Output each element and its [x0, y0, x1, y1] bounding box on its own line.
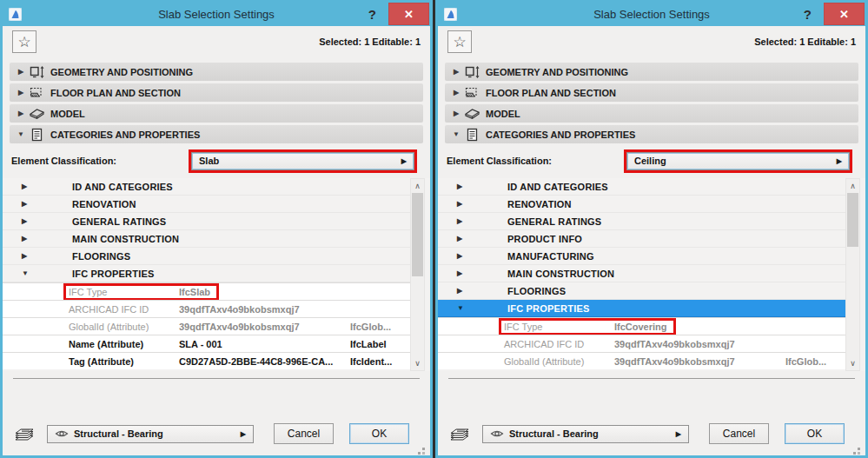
tree-item-manufacturing[interactable]: ▶MANUFACTURING — [438, 248, 845, 265]
cancel-button[interactable]: Cancel — [274, 423, 334, 444]
chevron-right-icon: ▶ — [457, 217, 466, 225]
property-ifc-type: IfcLabel — [350, 339, 387, 349]
scrollbar-up-icon[interactable]: ∧ — [411, 179, 424, 193]
scrollbar-thumb[interactable] — [847, 193, 858, 247]
favorites-button[interactable]: ☆ — [12, 30, 36, 53]
chevron-right-icon: ▶ — [457, 183, 466, 190]
close-button[interactable]: ✕ — [388, 3, 429, 25]
chevron-right-icon: ▶ — [451, 110, 461, 117]
section-categories-and-properties[interactable]: ▼CATEGORIES AND PROPERTIES — [10, 125, 423, 143]
scrollbar-down-icon[interactable]: ∨ — [411, 356, 424, 370]
property-value: 39qdfTAxv4o9bkobsmxqj7 — [179, 304, 300, 315]
tree-item-id-and-categories[interactable]: ▶ID AND CATEGORIES — [438, 178, 845, 196]
archicad-logo-icon — [444, 8, 457, 21]
property-label: Tag (Attribute) — [69, 356, 179, 367]
chevron-right-icon: ▶ — [16, 89, 26, 96]
section-categories-and-properties[interactable]: ▼CATEGORIES AND PROPERTIES — [445, 125, 858, 143]
chevron-right-icon: ▶ — [22, 183, 30, 190]
floorplan-icon — [26, 86, 47, 100]
favorites-toolbar: ☆ Selected: 1 Editable: 1 — [438, 26, 865, 57]
tree-item-main-construction[interactable]: ▶MAIN CONSTRUCTION — [3, 230, 410, 248]
property-row-globalid-attribute[interactable]: GlobalId (Attribute)39qdfTAxv4o9bkobsmxq… — [3, 317, 410, 335]
help-icon[interactable]: ? — [368, 7, 376, 22]
property-label: ARCHICAD IFC ID — [504, 339, 614, 349]
model-icon — [461, 107, 482, 120]
annotation-box-ifc-type: IFC TypeIfcSlab — [63, 283, 219, 301]
property-row-globalid-attribute[interactable]: GlobalId (Attribute)39qdfTAxv4o9bkobsmxq… — [438, 352, 845, 369]
section-geometry-and-positioning[interactable]: ▶GEOMETRY AND POSITIONING — [10, 63, 423, 81]
list-scrollbar[interactable]: ∧ ∨ — [410, 178, 425, 371]
property-row-archicad-ifc-id[interactable]: ARCHICAD IFC ID39qdfTAxv4o9bkobsmxqj7 — [3, 300, 410, 317]
chevron-down-icon: ▼ — [457, 304, 466, 312]
section-geometry-and-positioning[interactable]: ▶GEOMETRY AND POSITIONING — [445, 63, 858, 81]
title-bar[interactable]: Slab Selection Settings ? ✕ — [3, 3, 430, 26]
classification-dropdown[interactable]: Slab ▶ — [191, 152, 414, 170]
property-row-tag-attribute[interactable]: Tag (Attribute)C9D27A5D-2BBE-44C8-996E-C… — [3, 352, 410, 369]
property-row-ifc-type[interactable]: IFC TypeIfcCovering — [438, 317, 845, 335]
property-value: IfcSlab — [179, 287, 210, 297]
tree-item-floorings[interactable]: ▶FLOORINGS — [3, 248, 410, 265]
cancel-button[interactable]: Cancel — [709, 423, 769, 444]
favorites-button[interactable]: ☆ — [447, 30, 472, 53]
tree-item-renovation[interactable]: ▶RENOVATION — [3, 196, 410, 213]
title-bar[interactable]: Slab Selection Settings ? ✕ — [438, 3, 865, 26]
close-button[interactable]: ✕ — [824, 3, 865, 25]
scrollbar-thumb[interactable] — [412, 193, 423, 276]
property-cells: ARCHICAD IFC ID39qdfTAxv4o9bkobsmxqj7 — [499, 335, 744, 353]
tree-item-general-ratings[interactable]: ▶GENERAL RATINGS — [438, 213, 845, 230]
scrollbar-down-icon[interactable]: ∨ — [846, 356, 859, 370]
properties-list: ▶ID AND CATEGORIES▶RENOVATION▶GENERAL RA… — [438, 178, 865, 371]
property-ifc-type: IfcGlob... — [350, 322, 391, 332]
property-cells: Name (Attribute)SLA - 001 — [63, 335, 231, 353]
tree-item-main-construction[interactable]: ▶MAIN CONSTRUCTION — [438, 265, 845, 282]
tree-item-floorings[interactable]: ▶FLOORINGS — [438, 282, 845, 300]
categories-icon — [461, 128, 482, 142]
favorites-toolbar: ☆ Selected: 1 Editable: 1 — [3, 26, 430, 57]
close-icon: ✕ — [839, 8, 849, 21]
chevron-right-icon: ▶ — [16, 68, 26, 76]
property-label: GlobalId (Attribute) — [504, 356, 614, 367]
ok-button[interactable]: OK — [349, 423, 409, 444]
tree-item-product-info[interactable]: ▶PRODUCT INFO — [438, 230, 845, 248]
section-model[interactable]: ▶MODEL — [10, 104, 423, 123]
classification-dropdown[interactable]: Ceiling ▶ — [626, 152, 850, 170]
property-row-archicad-ifc-id[interactable]: ARCHICAD IFC ID39qdfTAxv4o9bkobsmxqj7 — [438, 335, 845, 352]
selection-status: Selected: 1 Editable: 1 — [319, 37, 421, 47]
resize-grip[interactable] — [858, 448, 860, 450]
layer-dropdown[interactable]: Structural - Bearing ▶ — [47, 425, 254, 443]
section-model[interactable]: ▶MODEL — [445, 104, 858, 123]
section-label: GEOMETRY AND POSITIONING — [486, 67, 628, 77]
property-value: 39qdfTAxv4o9bkobsmxqj7 — [179, 322, 300, 332]
eye-icon — [490, 428, 504, 439]
tree-item-renovation[interactable]: ▶RENOVATION — [438, 196, 845, 213]
property-value: 39qdfTAxv4o9bkobsmxqj7 — [614, 339, 735, 349]
chevron-right-icon: ▶ — [457, 269, 466, 277]
property-label: IFC Type — [504, 322, 614, 332]
layer-value: Structural - Bearing — [509, 428, 599, 439]
floorplan-icon — [461, 86, 482, 100]
section-floor-plan-and-section[interactable]: ▶FLOOR PLAN AND SECTION — [10, 83, 423, 102]
tree-item-label: RENOVATION — [507, 199, 572, 209]
ok-button[interactable]: OK — [785, 423, 845, 444]
list-scrollbar[interactable]: ∧ ∨ — [845, 178, 860, 371]
help-icon[interactable]: ? — [804, 7, 812, 22]
properties-list: ▶ID AND CATEGORIES▶RENOVATION▶GENERAL RA… — [3, 178, 430, 371]
property-row-name-attribute[interactable]: Name (Attribute)SLA - 001IfcLabel — [3, 335, 410, 352]
scrollbar-up-icon[interactable]: ∧ — [846, 179, 859, 193]
tree-item-label: ID AND CATEGORIES — [72, 182, 173, 192]
tree-item-ifc-properties[interactable]: ▼IFC PROPERTIES — [3, 265, 410, 282]
property-row-ifc-type[interactable]: IFC TypeIfcSlab — [3, 282, 410, 300]
annotation-box-classification: Slab ▶ — [189, 149, 417, 173]
tree-item-label: IFC PROPERTIES — [507, 303, 589, 314]
resize-grip[interactable] — [422, 448, 425, 450]
layer-dropdown[interactable]: Structural - Bearing ▶ — [482, 425, 689, 443]
star-icon: ☆ — [453, 35, 466, 50]
tree-item-ifc-properties[interactable]: ▼IFC PROPERTIES — [438, 300, 845, 317]
section-label: FLOOR PLAN AND SECTION — [50, 88, 181, 98]
tree-item-general-ratings[interactable]: ▶GENERAL RATINGS — [3, 213, 410, 230]
property-cells: ARCHICAD IFC ID39qdfTAxv4o9bkobsmxqj7 — [63, 301, 308, 318]
section-floor-plan-and-section[interactable]: ▶FLOOR PLAN AND SECTION — [445, 83, 858, 102]
tree-item-id-and-categories[interactable]: ▶ID AND CATEGORIES — [3, 178, 410, 196]
tree-item-label: GENERAL RATINGS — [72, 216, 166, 227]
layers-icon — [13, 425, 36, 442]
